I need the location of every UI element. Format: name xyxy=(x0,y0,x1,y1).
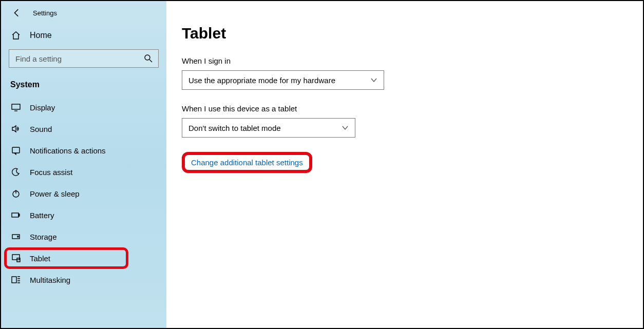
nav-sound[interactable]: Sound xyxy=(1,118,166,140)
svg-rect-2 xyxy=(12,147,20,153)
nav-power[interactable]: Power & sleep xyxy=(1,183,166,204)
dropdown-value: Use the appropriate mode for my hardware xyxy=(188,76,335,85)
nav-multitasking[interactable]: Multitasking xyxy=(1,269,166,291)
signin-dropdown[interactable]: Use the appropriate mode for my hardware xyxy=(182,70,384,90)
nav-battery[interactable]: Battery xyxy=(1,204,166,226)
chevron-down-icon xyxy=(342,124,349,131)
sidebar: Settings Home System Display Sound Notif… xyxy=(1,1,166,328)
svg-point-7 xyxy=(17,236,18,237)
nav-label: Multitasking xyxy=(30,276,70,284)
nav-notifications[interactable]: Notifications & actions xyxy=(1,140,166,161)
focus-icon xyxy=(11,167,21,177)
battery-icon xyxy=(11,210,21,220)
search-icon xyxy=(144,54,153,63)
page-title: Tablet xyxy=(182,25,643,42)
home-link[interactable]: Home xyxy=(1,26,166,45)
additional-settings-link[interactable]: Change additional tablet settings xyxy=(191,158,303,167)
category-label: System xyxy=(1,77,166,96)
chevron-down-icon xyxy=(370,76,377,84)
svg-rect-8 xyxy=(12,255,20,260)
nav-label: Battery xyxy=(30,211,54,220)
annotation-highlight xyxy=(4,247,128,269)
nav-label: Notifications & actions xyxy=(30,146,106,155)
svg-rect-4 xyxy=(12,213,18,217)
nav-storage[interactable]: Storage xyxy=(1,226,166,247)
svg-rect-9 xyxy=(12,277,16,283)
nav-tablet[interactable]: Tablet xyxy=(1,247,166,269)
nav-label: Display xyxy=(30,103,55,112)
search-input[interactable] xyxy=(14,54,144,64)
display-icon xyxy=(11,103,21,112)
power-icon xyxy=(11,189,21,198)
notifications-icon xyxy=(11,146,21,155)
nav-display[interactable]: Display xyxy=(1,96,166,118)
nav-label: Storage xyxy=(30,233,57,241)
search-box[interactable] xyxy=(9,49,159,68)
nav-label: Power & sleep xyxy=(30,189,80,198)
nav-label: Focus assist xyxy=(30,168,72,177)
back-icon[interactable] xyxy=(12,8,22,17)
home-icon xyxy=(11,31,21,40)
nav-label: Sound xyxy=(30,125,52,133)
titlebar: Settings xyxy=(1,5,166,26)
dropdown-value: Don't switch to tablet mode xyxy=(188,124,281,132)
svg-rect-1 xyxy=(12,104,20,109)
svg-point-0 xyxy=(145,55,150,60)
signin-label: When I sign in xyxy=(182,56,643,65)
additional-settings-link-wrap: Change additional tablet settings xyxy=(182,152,312,173)
tablet-icon xyxy=(11,254,21,263)
main-content: Tablet When I sign in Use the appropriat… xyxy=(166,1,643,328)
nav-label: Tablet xyxy=(30,254,50,263)
multitasking-icon xyxy=(11,275,21,284)
storage-icon xyxy=(11,232,21,241)
home-label: Home xyxy=(30,31,52,40)
svg-rect-5 xyxy=(18,214,20,216)
nav-focus[interactable]: Focus assist xyxy=(1,161,166,183)
device-label: When I use this device as a tablet xyxy=(182,104,643,113)
device-dropdown[interactable]: Don't switch to tablet mode xyxy=(182,118,355,138)
app-name: Settings xyxy=(33,9,57,17)
sound-icon xyxy=(11,124,21,133)
